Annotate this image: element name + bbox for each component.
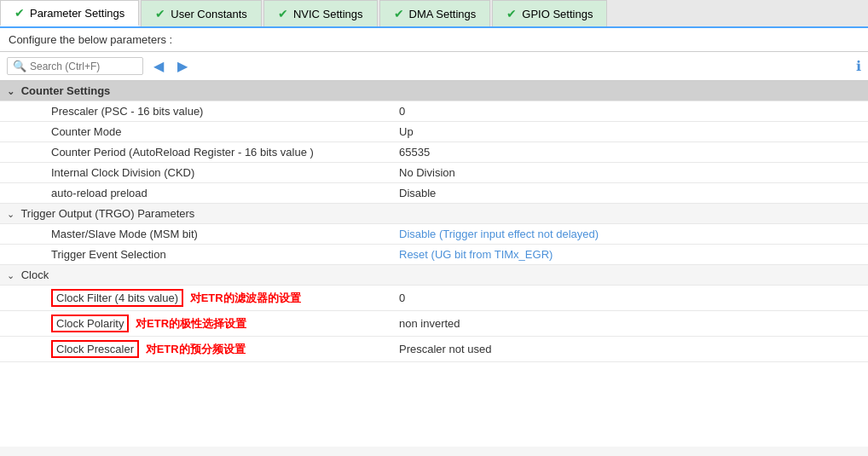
tab-check-icon: ✔ bbox=[394, 7, 404, 20]
trigger-output-label: Trigger Output (TRGO) Parameters bbox=[20, 207, 194, 220]
tab-check-icon: ✔ bbox=[278, 7, 288, 20]
tab-dma-settings[interactable]: ✔ DMA Settings bbox=[379, 0, 491, 26]
tab-parameter-settings[interactable]: ✔ Parameter Settings bbox=[0, 0, 139, 26]
table-row: Counter Period (AutoReload Register - 16… bbox=[0, 142, 868, 163]
clock-prescaler-label: Clock Prescaler bbox=[56, 343, 134, 355]
chevron-down-icon: ⌄ bbox=[7, 86, 14, 97]
tab-user-constants[interactable]: ✔ User Constants bbox=[141, 0, 262, 26]
internal-clock-label: Internal Clock Division (CKD) bbox=[51, 166, 194, 179]
clock-filter-annotation: 对ETR的滤波器的设置 bbox=[190, 291, 301, 304]
counter-period-label: Counter Period (AutoReload Register - 16… bbox=[51, 146, 314, 159]
tab-gpio-settings[interactable]: ✔ GPIO Settings bbox=[492, 0, 607, 26]
trigger-output-header: ⌄ Trigger Output (TRGO) Parameters bbox=[0, 204, 868, 224]
counter-settings-label: Counter Settings bbox=[21, 84, 111, 97]
bottom-area: CSDN @python百炼成钢 bbox=[0, 447, 868, 456]
info-button[interactable]: ℹ bbox=[856, 58, 861, 74]
tab-label: NVIC Settings bbox=[293, 8, 363, 20]
counter-settings-header: ⌄ Counter Settings bbox=[0, 81, 868, 101]
nav-prev-button[interactable]: ◀ bbox=[150, 56, 167, 76]
tab-nvic-settings[interactable]: ✔ NVIC Settings bbox=[263, 0, 378, 26]
search-input[interactable] bbox=[30, 61, 124, 72]
internal-clock-value: No Division bbox=[399, 166, 455, 179]
table-row: Counter Mode Up bbox=[0, 122, 868, 142]
configure-text: Configure the below parameters : bbox=[9, 33, 172, 46]
counter-mode-label: Counter Mode bbox=[51, 125, 121, 138]
main-content: ⌄ Counter Settings Prescaler (PSC - 16 b… bbox=[0, 81, 868, 447]
prescaler-label: Prescaler (PSC - 16 bits value) bbox=[51, 105, 203, 118]
nav-next-button[interactable]: ▶ bbox=[174, 56, 191, 76]
master-slave-value: Disable (Trigger input effect not delaye… bbox=[399, 228, 599, 240]
table-row: Clock Polarity 对ETR的极性选择设置 non inverted bbox=[0, 311, 868, 337]
clock-filter-value: 0 bbox=[399, 291, 405, 304]
trigger-event-value: Reset (UG bit from TIMx_EGR) bbox=[399, 248, 553, 261]
table-row: Prescaler (PSC - 16 bits value) 0 bbox=[0, 101, 868, 122]
clock-filter-label: Clock Filter (4 bits value) bbox=[56, 291, 178, 304]
table-row: Trigger Event Selection Reset (UG bit fr… bbox=[0, 245, 868, 265]
trigger-event-label: Trigger Event Selection bbox=[51, 248, 166, 261]
table-row: Clock Prescaler 对ETR的预分频设置 Prescaler not… bbox=[0, 337, 868, 362]
tab-label: DMA Settings bbox=[409, 8, 477, 20]
auto-reload-value: Disable bbox=[399, 187, 436, 199]
table-row: Master/Slave Mode (MSM bit) Disable (Tri… bbox=[0, 224, 868, 245]
tab-bar: ✔ Parameter Settings ✔ User Constants ✔ … bbox=[0, 0, 868, 28]
tab-label: User Constants bbox=[171, 8, 247, 20]
params-table: ⌄ Counter Settings Prescaler (PSC - 16 b… bbox=[0, 81, 868, 362]
clock-section-header: ⌄ Clock bbox=[0, 265, 868, 286]
prescaler-value: 0 bbox=[399, 105, 405, 118]
clock-polarity-value: non inverted bbox=[399, 317, 460, 330]
chevron-down-icon: ⌄ bbox=[7, 270, 14, 281]
search-bar: 🔍 ◀ ▶ ℹ bbox=[0, 52, 868, 81]
clock-prescaler-annotation: 对ETR的预分频设置 bbox=[146, 343, 246, 355]
clock-polarity-label: Clock Polarity bbox=[56, 317, 124, 330]
clock-label: Clock bbox=[21, 268, 49, 281]
tab-check-icon: ✔ bbox=[155, 7, 165, 20]
counter-period-value: 65535 bbox=[399, 146, 430, 159]
configure-bar: Configure the below parameters : bbox=[0, 28, 868, 52]
tab-label: Parameter Settings bbox=[30, 7, 124, 20]
counter-mode-value: Up bbox=[399, 125, 414, 138]
tab-label: GPIO Settings bbox=[522, 8, 593, 20]
clock-polarity-annotation: 对ETR的极性选择设置 bbox=[136, 317, 246, 330]
table-row: auto-reload preload Disable bbox=[0, 183, 868, 204]
master-slave-label: Master/Slave Mode (MSM bit) bbox=[51, 228, 198, 240]
table-row: Internal Clock Division (CKD) No Divisio… bbox=[0, 163, 868, 183]
auto-reload-label: auto-reload preload bbox=[51, 187, 148, 199]
search-icon: 🔍 bbox=[13, 60, 26, 72]
chevron-down-icon: ⌄ bbox=[7, 209, 14, 220]
clock-prescaler-value: Prescaler not used bbox=[399, 343, 491, 355]
tab-check-icon: ✔ bbox=[14, 6, 25, 20]
table-row: Clock Filter (4 bits value) 对ETR的滤波器的设置 … bbox=[0, 286, 868, 311]
tab-check-icon: ✔ bbox=[506, 7, 517, 20]
search-input-wrapper[interactable]: 🔍 bbox=[7, 57, 143, 75]
